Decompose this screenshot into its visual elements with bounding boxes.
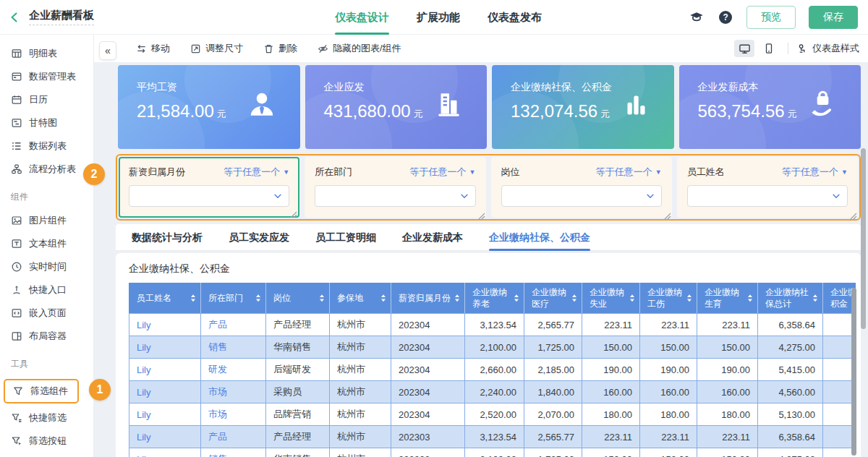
resize-handle-icon[interactable]	[290, 208, 297, 215]
sidebar-item[interactable]: 嵌入页面	[0, 302, 93, 325]
sort-icon[interactable]	[190, 294, 196, 303]
table-cell[interactable]: 产品	[201, 426, 266, 448]
table-cell[interactable]: 产品	[201, 314, 266, 336]
dashboard-title[interactable]: 企业薪酬看板	[29, 9, 94, 25]
user-icon	[245, 88, 278, 124]
sort-icon[interactable]	[454, 294, 460, 303]
filter-widget[interactable]: 所在部门等于任意一个▼	[305, 157, 485, 218]
content-tab[interactable]: 员工工资明细	[315, 224, 376, 251]
filter-widget[interactable]: 员工姓名等于任意一个▼	[677, 157, 858, 218]
sort-icon[interactable]	[319, 294, 325, 303]
table-column-header[interactable]: 企业缴纳养老	[465, 283, 524, 313]
sidebar-item[interactable]: 数据管理表	[0, 65, 93, 88]
content-tab[interactable]: 企业发薪成本	[402, 224, 463, 251]
sidebar-item[interactable]: 布局容器	[0, 325, 93, 348]
sidebar-item[interactable]: 明细表	[0, 42, 93, 65]
table-cell[interactable]: 销售	[201, 448, 266, 457]
page-scrollbar[interactable]	[861, 148, 866, 329]
mobile-view-button[interactable]	[759, 40, 779, 57]
filter-operator-label: 等于任意一个	[782, 166, 838, 179]
table-column-header[interactable]: 所在部门	[201, 283, 266, 313]
filter-value-select[interactable]	[129, 185, 289, 207]
dashboard-style-button[interactable]: 仪表盘样式	[797, 42, 859, 55]
table-cell[interactable]: Lily	[129, 381, 201, 403]
sidebar-item[interactable]: 实时时间	[0, 255, 93, 278]
filter-value-select[interactable]	[315, 185, 475, 207]
filter-widget[interactable]: 薪资归属月份等于任意一个▼	[119, 157, 299, 218]
table-column-header[interactable]: 企业缴纳生育	[697, 283, 758, 313]
kpi-card[interactable]: 平均工资21,584.00元	[118, 65, 300, 149]
sidebar-item[interactable]: 筛选组件1	[4, 379, 79, 403]
table-cell[interactable]: 市场	[201, 381, 266, 403]
table-cell[interactable]: Lily	[129, 403, 201, 425]
sidebar-item[interactable]: 图片组件	[0, 209, 93, 232]
table-cell[interactable]: Lily	[129, 314, 201, 336]
resize-icon	[190, 43, 201, 54]
back-button[interactable]	[0, 0, 29, 35]
sort-icon[interactable]	[686, 294, 692, 303]
kpi-card[interactable]: 企业应发431,680.00元	[305, 65, 488, 149]
table-column-header[interactable]: 岗位	[266, 283, 330, 313]
kpi-card[interactable]: 企业缴纳社保、公积金132,074.56元	[492, 65, 674, 149]
sidebar-item[interactable]: 甘特图	[0, 111, 93, 134]
sidebar-item[interactable]: 快捷入口	[0, 278, 93, 302]
table-cell[interactable]: 研发	[201, 359, 266, 380]
table-column-header[interactable]: 员工姓名	[129, 283, 201, 313]
filter-operator-dropdown[interactable]: 等于任意一个▼	[782, 166, 848, 179]
desktop-view-button[interactable]	[734, 40, 754, 57]
filter-value-select[interactable]	[687, 185, 848, 207]
sidebar-item[interactable]: 日历	[0, 88, 93, 111]
sort-icon[interactable]	[255, 294, 261, 303]
table-cell: 202303	[391, 426, 465, 448]
sort-icon[interactable]	[514, 294, 519, 303]
collapse-sidebar-button[interactable]: «	[99, 41, 116, 60]
save-button[interactable]: 保存	[809, 6, 858, 29]
content-tab[interactable]: 数据统计与分析	[132, 224, 203, 251]
toolbar-action[interactable]: 调整尺寸	[190, 42, 243, 55]
sort-icon[interactable]	[747, 294, 753, 303]
resize-handle-icon[interactable]	[664, 210, 671, 217]
table-cell[interactable]: 市场	[201, 403, 266, 425]
table-column-header[interactable]: 企业缴纳工伤	[640, 283, 697, 313]
header-tab[interactable]: 扩展功能	[417, 0, 460, 35]
content-tab[interactable]: 员工实发应发	[229, 224, 289, 251]
kpi-card[interactable]: 企业发薪成本563,754.56元	[679, 65, 861, 149]
filter-value-select[interactable]	[501, 185, 662, 207]
sidebar-item[interactable]: 快捷筛选	[0, 406, 93, 430]
sort-icon[interactable]	[380, 294, 386, 303]
resize-handle-icon[interactable]	[478, 210, 485, 217]
filter-operator-dropdown[interactable]: 等于任意一个▼	[410, 166, 476, 179]
table-cell[interactable]: Lily	[129, 359, 201, 380]
table-card: 企业缴纳社保、公积金 员工姓名所在部门岗位参保地薪资归属月份企业缴纳养老企业缴纳…	[116, 253, 861, 457]
sidebar-item[interactable]: 数据列表	[0, 134, 93, 158]
preview-button[interactable]: 预览	[746, 6, 796, 29]
tutorial-icon[interactable]	[689, 9, 705, 25]
table-scrollbar[interactable]	[851, 288, 856, 456]
filter-widget[interactable]: 岗位等于任意一个▼	[491, 157, 672, 218]
filter-operator-dropdown[interactable]: 等于任意一个▼	[596, 166, 662, 179]
sidebar-item[interactable]: 文本组件	[0, 232, 93, 255]
table-column-header[interactable]: 企业缴纳医疗	[524, 283, 582, 313]
table-cell[interactable]: Lily	[129, 426, 201, 448]
header-tab[interactable]: 仪表盘设计	[335, 0, 389, 35]
table-column-header[interactable]: 企业缴纳失业	[582, 283, 640, 313]
sidebar-item[interactable]: 流程分析表	[0, 158, 93, 181]
sort-icon[interactable]	[812, 294, 818, 303]
table-cell[interactable]: 销售	[201, 336, 266, 358]
toolbar-action[interactable]: 删除	[263, 42, 297, 55]
table-column-header[interactable]: 参保地	[330, 283, 391, 313]
header-tab[interactable]: 仪表盘发布	[488, 0, 542, 35]
sidebar-item[interactable]: 筛选按钮	[0, 430, 93, 453]
filter-operator-dropdown[interactable]: 等于任意一个▼	[224, 166, 289, 179]
table-cell[interactable]: Lily	[129, 336, 201, 358]
table-column-header[interactable]: 薪资归属月份	[391, 283, 465, 313]
resize-handle-icon[interactable]	[850, 210, 857, 217]
toolbar-action[interactable]: 隐藏的图表/组件	[318, 42, 401, 55]
help-icon[interactable]: ?	[718, 9, 733, 25]
toolbar-action[interactable]: 移动	[136, 42, 170, 55]
table-cell[interactable]: Lily	[129, 448, 201, 457]
sort-icon[interactable]	[571, 294, 577, 303]
table-column-header[interactable]: 企业缴纳社保总计	[758, 283, 823, 313]
content-tab[interactable]: 企业缴纳社保、公积金	[489, 224, 590, 251]
sort-icon[interactable]	[629, 294, 635, 303]
